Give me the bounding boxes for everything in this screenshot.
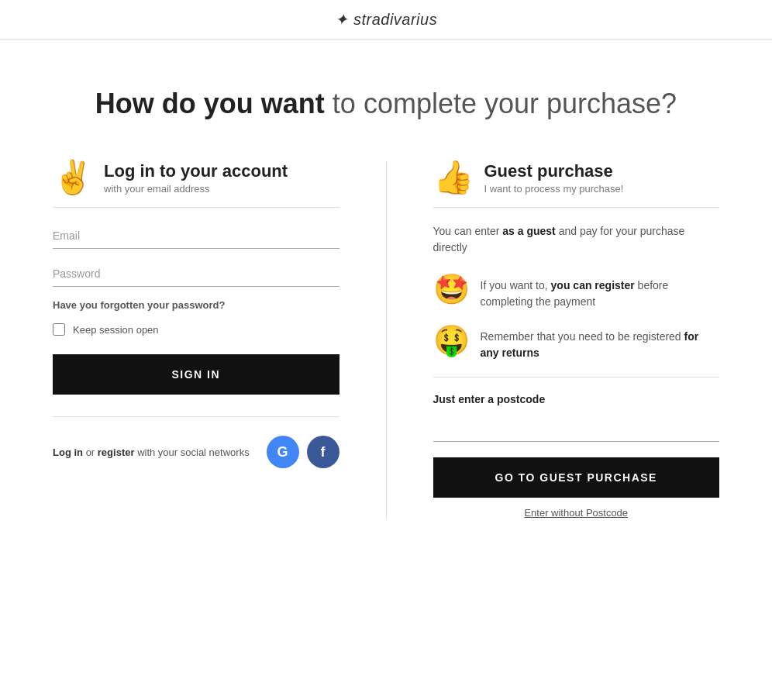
social-section: Log in or register with your social netw… [53, 416, 339, 468]
keep-session-checkbox[interactable] [53, 323, 65, 336]
main-content: How do you want to complete your purchas… [37, 40, 735, 550]
keep-session-group: Keep session open [53, 323, 339, 336]
logo[interactable]: ✦ stradivarius [335, 9, 437, 29]
facebook-login-button[interactable]: f [307, 436, 339, 468]
register-text-pre: If you want to, [481, 279, 548, 291]
register-info-item: 🤩 If you want to, you can register befor… [433, 274, 720, 310]
guest-section: 👍 Guest purchase I want to process my pu… [433, 161, 720, 519]
returns-info-text: Remember that you need to be registered … [481, 326, 720, 361]
login-icon: ✌️ [53, 161, 93, 194]
register-emoji-icon: 🤩 [433, 274, 470, 304]
guest-header: 👍 Guest purchase I want to process my pu… [433, 161, 720, 208]
log-in-link[interactable]: Log in [53, 447, 83, 458]
login-title: Log in to your account [104, 161, 288, 181]
register-info-text: If you want to, you can register before … [481, 274, 720, 310]
postcode-input[interactable] [433, 416, 720, 442]
register-link[interactable]: register [98, 447, 135, 458]
enter-without-postcode-link[interactable]: Enter without Postcode [433, 507, 720, 519]
guest-subtitle: I want to process my purchase! [484, 183, 624, 195]
guest-divider [433, 377, 720, 378]
page-title: How do you want to complete your purchas… [53, 86, 719, 122]
login-subtitle: with your email address [104, 183, 288, 195]
google-login-button[interactable]: G [267, 436, 299, 468]
guest-title-block: Guest purchase I want to process my purc… [484, 161, 624, 195]
guest-purchase-button[interactable]: GO TO GUEST PURCHASE [433, 457, 720, 498]
returns-info-item: 🤑 Remember that you need to be registere… [433, 326, 720, 361]
login-header: ✌️ Log in to your account with your emai… [53, 161, 339, 208]
keep-session-label[interactable]: Keep session open [73, 324, 159, 336]
password-field-group [53, 261, 339, 287]
returns-emoji-icon: 🤑 [433, 326, 470, 355]
returns-text-pre: Remember that you need to be registered [481, 330, 681, 343]
logo-icon: ✦ [335, 11, 349, 28]
logo-text: stradivarius [353, 11, 437, 28]
forgot-password-link[interactable]: Have you forgotten your password? [53, 299, 339, 311]
columns-layout: ✌️ Log in to your account with your emai… [53, 161, 719, 519]
postcode-label: Just enter a postcode [433, 393, 720, 405]
column-divider [386, 161, 387, 519]
social-text-post: with your social networks [137, 447, 250, 458]
register-text-bold: you can register [551, 279, 635, 291]
guest-info-bold: as a guest [502, 225, 555, 237]
social-buttons: G f [267, 436, 339, 468]
page-title-light: to complete your purchase? [333, 88, 677, 119]
email-input[interactable] [53, 223, 339, 249]
guest-title: Guest purchase [484, 161, 624, 181]
email-field-group [53, 223, 339, 249]
guest-info-text: You can enter as a guest and pay for you… [433, 223, 720, 256]
social-text: Log in or register with your social netw… [53, 447, 250, 458]
login-title-block: Log in to your account with your email a… [104, 161, 288, 195]
guest-icon: 👍 [433, 161, 474, 194]
sign-in-button[interactable]: SIGN IN [53, 354, 339, 395]
login-section: ✌️ Log in to your account with your emai… [53, 161, 339, 468]
guest-info-pre: You can enter [433, 225, 500, 237]
social-or: or [86, 447, 95, 458]
page-title-bold: How do you want [95, 88, 325, 119]
site-header: ✦ stradivarius [0, 0, 772, 40]
password-input[interactable] [53, 261, 339, 287]
